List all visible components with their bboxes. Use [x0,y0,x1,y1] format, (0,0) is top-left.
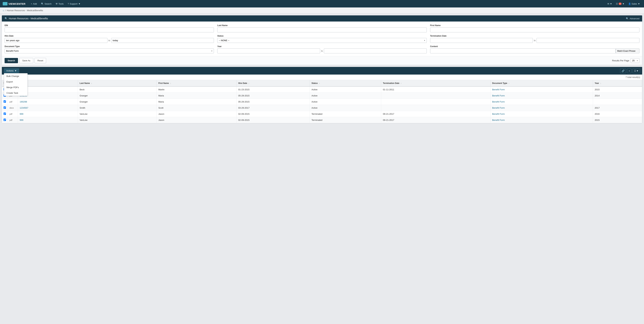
row-document-type[interactable]: Benefit Form [490,99,593,105]
user-menu[interactable]: 👤 Sales ▼ [627,2,641,6]
app-logo[interactable]: VIEWCENTER [3,2,26,6]
th-hire-date[interactable]: Hire Date ↕ [236,80,310,86]
search-button[interactable]: Search [4,58,18,63]
search-panel: 🔍 Human Resources - Medical/Benefits 🔍 A… [2,15,642,65]
row-ein[interactable]: 999 [18,117,78,123]
row-checkbox-cell [2,111,8,117]
sort-icon: ↕ [91,82,92,84]
row-last-name: Beck [78,86,156,93]
row-last-name: Smith [78,105,156,111]
row-termination-date [381,105,490,111]
nav-add[interactable]: + Add [29,0,39,8]
results-area: Actions ▼ Bulk Change Export Merge PDFs … [2,67,642,123]
chevron-down-icon: ▼ [14,70,17,72]
row-status: Terminated [310,117,381,123]
row-checkbox[interactable] [4,100,6,103]
reset-button[interactable]: Reset [34,58,46,63]
row-checkbox-cell [2,99,8,105]
hire-date-from-input[interactable] [4,38,108,43]
actions-button[interactable]: Actions ▼ [4,68,19,73]
sort-icon: ↕ [319,82,320,84]
results-per-page-label: Results Per Page [612,59,629,62]
first-name-input[interactable] [430,28,640,32]
table-row: pdf190298GrangerMaria05-29-2015ActiveBen… [2,93,642,99]
row-document-type[interactable]: Benefit Form [490,93,593,99]
bulk-change-item[interactable]: Bulk Change [4,73,28,79]
first-name-label: First Name [430,24,640,26]
create-task-item[interactable]: Create Task [4,90,28,96]
year-to-input[interactable] [324,48,427,54]
termination-date-to-input[interactable] [536,38,640,43]
row-termination-date: 09-21-2017 [381,111,490,117]
search-panel-title: Human Resources - Medical/Benefits [9,17,48,20]
row-status: Terminated [310,111,381,117]
row-document-type[interactable]: Benefit Form [490,111,593,117]
logo-icon [3,2,8,6]
row-hire-date: 05-29-2015 [236,93,310,99]
termination-date-from-input[interactable] [430,38,533,43]
row-year: 2014 [593,93,642,99]
year-from-input[interactable] [217,48,320,54]
match-phrase-select[interactable]: Match Exact Phrase Match Any Word Match … [616,48,640,54]
th-termination-date[interactable]: Termination Date ↕ [381,80,490,86]
actions-bar: Actions ▼ Bulk Change Export Merge PDFs … [2,67,642,74]
row-ein[interactable]: 999 [18,111,78,117]
top-navigation: VIEWCENTER + Add 🔍 Search ⚒ Tools ? Supp… [0,0,644,8]
ein-label: EIN [4,24,214,26]
grid-view-button[interactable]: ☷▼ [632,68,640,73]
year-field-group: Year to [217,45,426,54]
nav-support[interactable]: ? Support ▼ [66,0,82,8]
row-first-name: Maria [156,93,236,99]
sort-icon: ↕ [170,82,171,84]
row-file-type: pdf [8,99,18,105]
results-table-body: 9425BeckMartin01-23-2015Active01-11-2011… [2,86,642,123]
year-label: Year [217,45,426,48]
th-status[interactable]: Status ↕ [310,80,381,86]
ein-input[interactable] [4,28,214,32]
row-checkbox[interactable] [4,112,6,115]
home-link[interactable]: ⌂ [3,9,4,12]
row-document-type[interactable]: Benefit Form [490,117,593,123]
row-document-type[interactable]: Benefit Form [490,86,593,93]
document-type-select[interactable]: Benefit Form W-2 I-9 Other [4,48,214,54]
th-last-name[interactable]: Last Name ↕ [78,80,156,86]
mail-button[interactable]: ✉ ▼ [606,2,614,6]
th-document-type[interactable]: Document Type ↕ [490,80,593,86]
breadcrumb-separator: / [5,9,6,12]
row-termination-date: 01-11-2011 [381,86,490,93]
results-table: EIN ↕ Last Name ↕ First Name ↕ Hire Date… [2,80,642,123]
search-fields: EIN Last Name First Name Hire Date to St… [2,22,642,56]
export-item[interactable]: Export [4,79,28,84]
merge-pdfs-item[interactable]: Merge PDFs [4,84,28,90]
row-hire-date: 02-09-2015 [236,117,310,123]
row-year: 2017 [593,105,642,111]
th-first-name[interactable]: First Name ↕ [156,80,236,86]
status-select[interactable]: -- NONE -- Active Terminated Inactive [217,38,426,43]
first-name-field-group: First Name [430,24,640,32]
row-checkbox[interactable] [4,106,6,109]
row-document-type[interactable]: Benefit Form [490,105,593,111]
last-name-input[interactable] [217,28,426,32]
save-as-button[interactable]: Save As [19,58,33,63]
document-type-label: Document Type [4,45,214,48]
chevron-down-icon: ▼ [622,2,624,5]
tasks-button[interactable]: ☷ 2 ▼ [614,2,626,6]
nav-tools[interactable]: ⚒ Tools [54,0,66,8]
nav-search[interactable]: 🔍 Search [39,0,54,8]
row-status: Active [310,105,381,111]
plus-icon-button[interactable]: + [627,68,632,73]
hire-date-to-input[interactable] [111,38,214,43]
results-per-page-select[interactable]: 10 25 50 100 [630,58,640,63]
row-ein[interactable]: 190298 [18,99,78,105]
link-icon-button[interactable]: 🔗 [620,68,626,73]
row-ein[interactable]: 1234567 [18,105,78,111]
advanced-button[interactable]: 🔍 Advanced [626,17,640,20]
th-year[interactable]: Year ↕ [593,80,642,86]
row-hire-date: 05-29-2015 [236,99,310,105]
status-field-group: Status -- NONE -- Active Terminated Inac… [217,35,426,43]
row-status: Active [310,99,381,105]
plus-icon: + [31,2,32,5]
content-input[interactable] [430,48,616,54]
row-last-name: VanLew [78,117,156,123]
row-checkbox[interactable] [4,118,6,121]
